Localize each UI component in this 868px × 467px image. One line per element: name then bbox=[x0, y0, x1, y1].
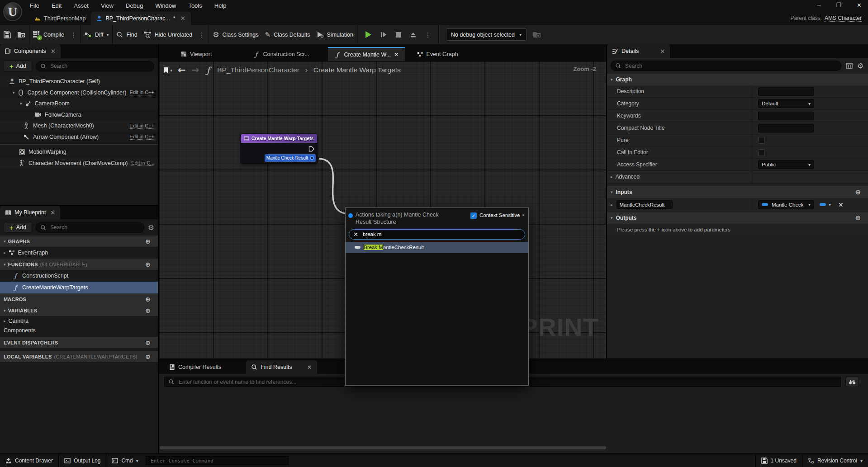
inputs-section-header[interactable]: ▾ Inputs ⊕ bbox=[607, 186, 868, 198]
input-name-field[interactable] bbox=[617, 200, 673, 209]
functions-section-header[interactable]: ▾ FUNCTIONS (54 OVERRIDABLE) ⊕ bbox=[0, 259, 158, 270]
find-in-all-blueprints-button[interactable] bbox=[845, 377, 859, 387]
close-tab-icon[interactable]: ✕ bbox=[180, 15, 185, 22]
expander-down-icon[interactable]: ▾ bbox=[4, 262, 6, 267]
play-icon[interactable] bbox=[365, 31, 372, 38]
tab-components[interactable]: Components ✕ bbox=[0, 44, 61, 58]
tab-compiler-results[interactable]: Compiler Results bbox=[164, 360, 226, 374]
bookmark-icon[interactable]: ▾ bbox=[163, 67, 172, 74]
chevron-down-icon[interactable]: ▾ bbox=[829, 202, 831, 207]
diff-button[interactable]: Diff ▾ bbox=[85, 32, 109, 38]
class-defaults-button[interactable]: ✎ Class Defaults bbox=[265, 31, 310, 39]
class-settings-button[interactable]: ⚙ Class Settings bbox=[213, 30, 258, 39]
remove-input-icon[interactable]: ✕ bbox=[838, 201, 844, 208]
action-result-break-mantlecheckresult[interactable]: Break MantleCheckResult bbox=[346, 242, 528, 253]
graph-section-header[interactable]: ▾ Graph bbox=[607, 74, 868, 85]
tab-thirdpersonmap[interactable]: ThirdPersonMap bbox=[29, 12, 91, 25]
details-search[interactable] bbox=[611, 61, 841, 71]
close-panel-icon[interactable]: ✕ bbox=[660, 48, 665, 55]
component-row-cameraboom[interactable]: ▾ CameraBoom bbox=[0, 98, 158, 109]
eject-icon[interactable] bbox=[410, 32, 417, 38]
find-button[interactable]: Find bbox=[116, 31, 137, 38]
action-search[interactable]: ✕ bbox=[349, 229, 525, 240]
debug-object-select[interactable]: No debug object selected ▾ bbox=[446, 28, 526, 41]
compile-button[interactable]: ? Compile bbox=[33, 31, 64, 38]
play-options-icon[interactable]: ⋮ bbox=[425, 31, 431, 38]
createmantlewarptargets-row[interactable]: ƒ CreateMantleWarpTargets bbox=[0, 282, 158, 293]
tab-viewport[interactable]: Viewport bbox=[175, 47, 218, 61]
component-row-charactermovement[interactable]: Character Movement (CharMoveComp) Edit i… bbox=[0, 158, 158, 169]
expander-right-icon[interactable]: ▸ bbox=[522, 212, 525, 217]
expander-right-icon[interactable]: ▸ bbox=[611, 203, 613, 207]
macros-section-header[interactable]: MACROS ⊕ bbox=[0, 293, 158, 305]
add-macro-icon[interactable]: ⊕ bbox=[145, 296, 151, 303]
close-icon[interactable]: ✕ bbox=[857, 2, 862, 9]
local-variables-section-header[interactable]: LOCAL VARIABLES (CREATEMANTLEWARPTARGETS… bbox=[0, 351, 158, 362]
tab-event-graph[interactable]: Event Graph bbox=[411, 47, 464, 61]
edit-in-cpp-link[interactable]: Edit in C++ bbox=[130, 123, 154, 129]
add-variable-icon[interactable]: ⊕ bbox=[145, 307, 151, 314]
pure-checkbox[interactable] bbox=[758, 137, 765, 144]
context-sensitive-toggle[interactable]: ✓ Context Sensitive ▸ bbox=[470, 211, 525, 226]
close-panel-icon[interactable]: ✕ bbox=[50, 209, 55, 216]
output-log-button[interactable]: Output Log bbox=[59, 454, 106, 467]
content-drawer-button[interactable]: Content Drawer bbox=[0, 454, 58, 467]
event-dispatchers-section-header[interactable]: EVENT DISPATCHERS ⊕ bbox=[0, 337, 158, 348]
add-input-icon[interactable]: ⊕ bbox=[855, 188, 861, 196]
component-row-followcamera[interactable]: FollowCamera bbox=[0, 109, 158, 121]
mantle-check-result-pin[interactable]: Mantle Check Result bbox=[265, 154, 316, 162]
parent-class-link[interactable]: AMS Character bbox=[825, 15, 862, 22]
nav-forward-icon[interactable]: → bbox=[191, 65, 199, 75]
component-row-arrow[interactable]: Arrow Component (Arrow) Edit in C++ bbox=[0, 132, 158, 143]
menu-window[interactable]: Window bbox=[155, 2, 176, 9]
my-blueprint-search[interactable] bbox=[36, 222, 144, 233]
close-tab-icon[interactable]: ✕ bbox=[394, 51, 398, 58]
components-category-row[interactable]: Components bbox=[0, 325, 158, 335]
exec-pin-icon[interactable] bbox=[308, 146, 315, 152]
eventgraph-row[interactable]: ▸ EventGraph bbox=[0, 247, 158, 259]
my-blueprint-search-input[interactable] bbox=[49, 224, 140, 231]
component-row-self[interactable]: BP_ThirdPersonCharacter (Self) bbox=[0, 76, 158, 87]
struct-pin-icon[interactable] bbox=[310, 156, 314, 160]
settings-gear-icon[interactable]: ⚙ bbox=[148, 223, 154, 232]
browse-debug-object-icon[interactable] bbox=[533, 31, 541, 38]
breadcrumb-current[interactable]: Create Mantle Warp Targets bbox=[313, 66, 401, 74]
advanced-row[interactable]: ▸ Advanced bbox=[607, 171, 868, 183]
tab-create-mantle-warp-targets[interactable]: ƒ Create Mantle W... ✕ bbox=[328, 47, 405, 61]
graphs-section-header[interactable]: ▾ GRAPHS ⊕ bbox=[0, 236, 158, 247]
add-event-dispatcher-icon[interactable]: ⊕ bbox=[145, 339, 151, 346]
expander-down-icon[interactable]: ▾ bbox=[611, 77, 613, 82]
variables-section-header[interactable]: ▾ VARIABLES ⊕ bbox=[0, 305, 158, 316]
expander-down-icon[interactable]: ▾ bbox=[4, 239, 6, 244]
menu-help[interactable]: Help bbox=[214, 2, 227, 9]
add-graph-icon[interactable]: ⊕ bbox=[145, 238, 151, 245]
add-blueprint-item-button[interactable]: + Add bbox=[4, 222, 32, 233]
tab-bp-thirdpersoncharacter[interactable]: BP_ThirdPersonCharac... * ✕ bbox=[91, 12, 190, 25]
stop-icon[interactable] bbox=[395, 32, 402, 38]
component-row-mesh[interactable]: Mesh (CharacterMesh0) Edit in C++ bbox=[0, 120, 158, 132]
close-tab-icon[interactable]: ✕ bbox=[307, 364, 312, 371]
horizontal-scrollbar[interactable] bbox=[160, 446, 606, 449]
expander-down-icon[interactable]: ▾ bbox=[611, 216, 613, 220]
create-mantle-warp-targets-node[interactable]: Create Mantle Warp Targets Mantle Check … bbox=[241, 133, 318, 164]
expander-down-icon[interactable]: ▾ bbox=[13, 90, 15, 95]
minimize-icon[interactable]: ─ bbox=[817, 2, 821, 9]
input-type-select[interactable]: Mantle Check ▾ bbox=[758, 200, 814, 209]
call-in-editor-checkbox[interactable] bbox=[758, 149, 765, 156]
tab-details[interactable]: Details ✕ bbox=[607, 44, 670, 58]
keywords-input[interactable] bbox=[758, 112, 814, 120]
component-row-capsule[interactable]: ▾ Capsule Component (CollisionCylinder) … bbox=[0, 87, 158, 99]
add-local-variable-icon[interactable]: ⊕ bbox=[145, 353, 151, 360]
console-command-input[interactable] bbox=[150, 458, 285, 464]
menu-tools[interactable]: Tools bbox=[188, 2, 202, 9]
frame-skip-icon[interactable] bbox=[380, 31, 387, 38]
add-function-icon[interactable]: ⊕ bbox=[145, 261, 151, 268]
close-panel-icon[interactable]: ✕ bbox=[51, 48, 56, 55]
component-row-motionwarping[interactable]: MotionWarping bbox=[0, 146, 158, 158]
tab-find-results[interactable]: Find Results ✕ bbox=[246, 360, 317, 374]
add-component-button[interactable]: + Add bbox=[4, 61, 32, 71]
description-input[interactable] bbox=[758, 87, 814, 96]
hide-unrelated-button[interactable]: Hide Unrelated bbox=[144, 31, 192, 38]
hide-unrelated-options-icon[interactable]: ⋮ bbox=[199, 31, 205, 38]
menu-asset[interactable]: Asset bbox=[74, 2, 89, 9]
